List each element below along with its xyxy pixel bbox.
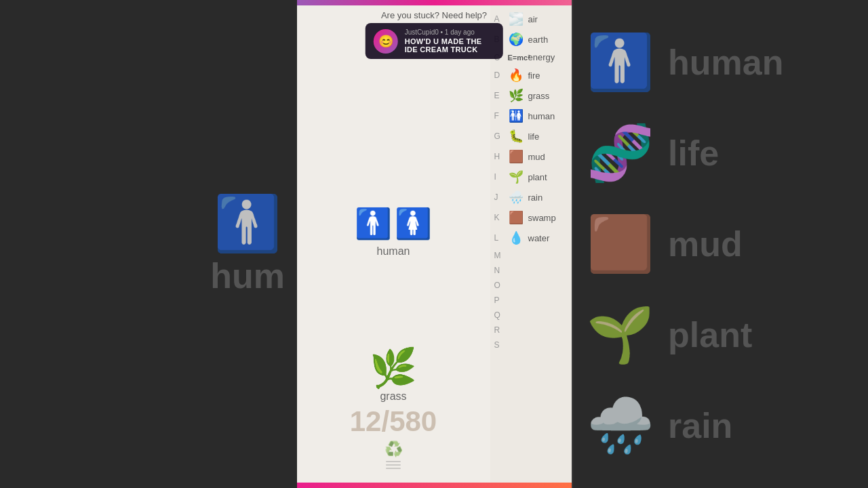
human-icon-female: 🚺 [395,206,432,241]
sidebar-item-fire[interactable]: D 🔥 fire [490,65,572,85]
sidebar-letter-p: P [494,296,504,305]
human-element: 🚹 🚺 human [355,206,432,258]
sidebar-label-swamp: swamp [528,213,556,223]
sidebar-letter-o: O [494,281,504,290]
sidebar-item-mud[interactable]: H 🟫 mud [490,146,572,167]
sidebar-emoji-human: 🚻 [508,108,524,123]
recycle-icon[interactable]: ♻️ [384,441,403,458]
phone-panel: Are you stuck? Need help? 😊 JustCupid0 •… [297,0,572,488]
bg-human-label: hum [210,256,285,296]
sidebar-item-life[interactable]: G 🐛 life [490,126,572,146]
sidebar-letter-q: Q [494,310,504,320]
bg-mud-right-label: mud [668,224,743,264]
hint-text: Are you stuck? Need help? [381,10,487,20]
sidebar-letter-m: M [494,251,504,260]
bg-plant-right: 🌱 plant [587,303,752,367]
sidebar-emoji-rain: 🌧️ [508,190,524,205]
sidebar-letter-d: D [494,70,504,80]
sidebar-item-water[interactable]: L 💧 water [490,228,572,248]
sidebar-letter-e: E [494,91,504,100]
sidebar-item-q: Q [490,308,572,323]
sidebar-emoji-water: 💧 [508,230,524,245]
sidebar-item-n: N [490,263,572,278]
sidebar-letter-l: L [494,233,504,243]
sidebar-label-mud: mud [528,152,545,162]
human-label: human [377,245,410,258]
bg-life-right: 🧬 life [587,121,719,185]
bg-rain-right-icon: 🌧️ [587,394,654,458]
bg-rain-right-label: rain [668,405,732,446]
sidebar-label-air: air [528,14,538,24]
sidebar-emoji-plant: 🌱 [508,169,524,184]
sidebar-letter-i: I [494,172,504,182]
element-sidebar[interactable]: A 🌫️ air B 🌍 earth C E=mc² energy D 🔥 fi… [490,5,572,483]
sidebar-label-rain: rain [528,192,543,203]
grass-element: 🌿 grass [370,349,417,403]
sidebar-letter-j: J [494,192,504,202]
sidebar-label-life: life [528,131,540,142]
grass-label: grass [380,390,406,403]
sidebar-emoji-fire: 🔥 [508,68,524,83]
canvas-bottom-icons: ♻️ [384,441,403,469]
sidebar-emoji-energy: E=mc² [508,54,524,62]
sidebar-item-human[interactable]: F 🚻 human [490,106,572,126]
background-left: 🚹 hum [0,0,298,488]
menu-line-1 [386,461,401,462]
count-text: 12/580 [350,405,437,438]
sidebar-item-swamp[interactable]: K 🟫 swamp [490,207,572,228]
sidebar-label-fire: fire [528,70,540,81]
bottom-bar [297,483,572,488]
bg-human-icon: 🚹 [214,192,281,256]
human-icons: 🚹 🚺 [355,206,432,241]
sidebar-letter-f: F [494,111,504,121]
bg-human-right: 🚹 human [587,30,783,94]
sidebar-emoji-earth: 🌍 [508,32,524,47]
bg-life-right-label: life [668,133,719,174]
bg-mud-right: 🟫 mud [587,212,743,276]
bg-life-right-icon: 🧬 [587,121,654,185]
sidebar-emoji-life: 🐛 [508,129,524,144]
main-content: 🚹 🚺 human 🌿 grass 12/580 ♻️ [297,5,572,483]
sidebar-label-human: human [528,111,555,121]
background-right: 🚹 human 🧬 life 🟫 mud 🌱 plant 🌧️ rain [573,0,868,488]
sidebar-item-grass[interactable]: E 🌿 grass [490,85,572,106]
bg-plant-right-label: plant [668,314,752,355]
chat-notification: 😊 JustCupid0 • 1 day ago HOW'D U MADE TH… [366,23,503,59]
sidebar-item-plant[interactable]: I 🌱 plant [490,167,572,187]
sidebar-item-r: R [490,323,572,338]
bg-human-right-icon: 🚹 [587,30,654,94]
sidebar-label-energy: energy [528,52,555,62]
sidebar-item-rain[interactable]: J 🌧️ rain [490,187,572,207]
sidebar-emoji-grass: 🌿 [508,88,524,103]
sidebar-label-water: water [528,233,550,243]
bg-human: 🚹 hum [210,192,285,296]
sidebar-label-earth: earth [528,35,549,45]
sidebar-item-o: O [490,278,572,293]
human-icon-male: 🚹 [355,206,392,241]
chat-avatar: 😊 [374,29,398,54]
sidebar-letter-g: G [494,131,504,141]
bg-plant-right-icon: 🌱 [587,303,654,367]
bg-human-right-label: human [668,42,783,83]
chat-user: JustCupid0 • 1 day ago [405,28,495,36]
sidebar-letter-k: K [494,213,504,222]
sidebar-letter-s: S [494,340,504,350]
sidebar-emoji-swamp: 🟫 [508,210,524,225]
chat-content: JustCupid0 • 1 day ago HOW'D U MADE THE … [405,28,495,54]
sidebar-letter-n: N [494,266,504,275]
sidebar-item-m: M [490,248,572,263]
sidebar-item-p: P [490,293,572,308]
sidebar-letter-h: H [494,152,504,161]
canvas-area[interactable]: 🚹 🚺 human 🌿 grass 12/580 ♻️ [297,5,490,483]
chat-message: HOW'D U MADE THE IDE CREAM TRUCK [405,37,495,54]
sidebar-emoji-air: 🌫️ [508,12,524,26]
menu-icon[interactable] [386,461,401,469]
menu-line-3 [386,468,401,469]
sidebar-label-grass: grass [528,91,550,101]
sidebar-emoji-mud: 🟫 [508,149,524,164]
sidebar-letter-r: R [494,325,504,335]
menu-line-2 [386,464,401,466]
grass-icon: 🌿 [370,349,417,387]
top-bar [297,0,572,5]
bg-mud-right-icon: 🟫 [587,212,654,276]
